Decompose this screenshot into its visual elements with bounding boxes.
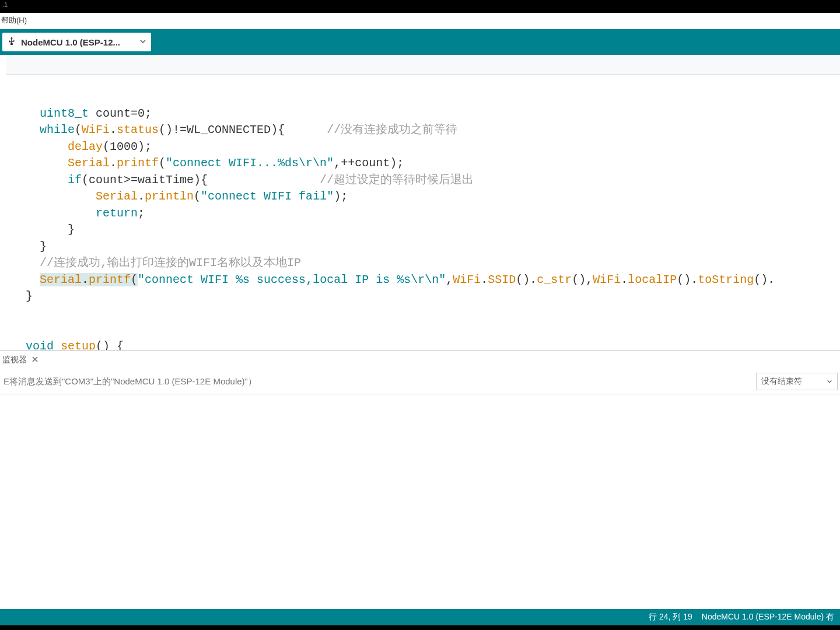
- chevron-down-icon: [827, 377, 832, 386]
- serial-monitor-tab-bar: 监视器: [0, 350, 840, 369]
- code-editor[interactable]: uint8_t count=0; while(WiFi.status()!=WL…: [0, 75, 840, 350]
- toolbar: NodeMCU 1.0 (ESP-12...: [0, 29, 840, 55]
- usb-icon: [7, 36, 16, 48]
- menu-bar[interactable]: 帮助(H): [0, 13, 840, 29]
- titlebar-text: .1: [2, 1, 8, 8]
- cursor-position: 行 24, 列 19: [649, 612, 692, 622]
- chevron-down-icon: [139, 37, 146, 47]
- board-status: NodeMCU 1.0 (ESP-12E Module) 有: [702, 612, 834, 622]
- board-name: NodeMCU 1.0 (ESP-12...: [21, 37, 135, 47]
- close-icon[interactable]: [32, 355, 38, 365]
- serial-monitor-output[interactable]: [0, 394, 840, 609]
- serial-monitor-input-row: 没有结束符: [0, 369, 840, 394]
- status-bar: 行 24, 列 19 NodeMCU 1.0 (ESP-12E Module) …: [0, 609, 840, 625]
- line-ending-select[interactable]: 没有结束符: [756, 373, 838, 390]
- code-keyword: uint8_t: [40, 107, 89, 120]
- menu-help[interactable]: 帮助(H): [1, 16, 27, 24]
- window-titlebar: .1: [0, 0, 840, 13]
- serial-monitor-input[interactable]: [0, 369, 756, 394]
- bottom-strip: [0, 625, 840, 630]
- editor-tab-header: [6, 55, 840, 75]
- serial-monitor-title[interactable]: 监视器: [2, 355, 27, 365]
- line-ending-value: 没有结束符: [761, 376, 802, 387]
- board-selector[interactable]: NodeMCU 1.0 (ESP-12...: [2, 33, 151, 51]
